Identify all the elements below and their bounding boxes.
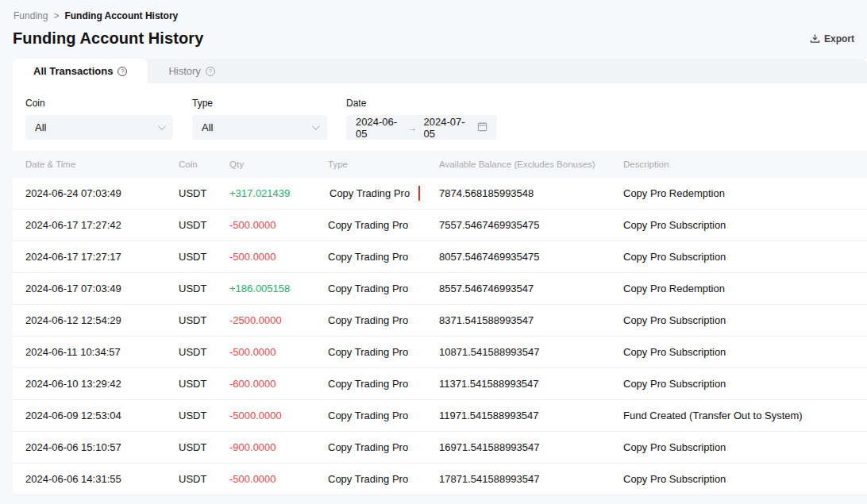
coin-cell: USDT — [179, 219, 229, 231]
date-range-arrow-icon: → — [408, 122, 418, 133]
datetime-cell: 2024-06-06 14:31:55 — [25, 473, 179, 485]
type-value: Copy Trading Pro — [328, 441, 408, 453]
type-value-annotated: Copy Trading Pro — [328, 186, 420, 201]
coin-cell: USDT — [179, 251, 229, 263]
table-row: 2024-06-17 07:03:49 USDT +186.005158 Cop… — [13, 273, 867, 305]
coin-cell: USDT — [179, 441, 229, 453]
balance-cell: 7874.568185993548 — [439, 187, 623, 199]
type-select-value: All — [202, 121, 213, 133]
type-filter-label: Type — [192, 98, 327, 109]
qty-value: -600.0000 — [229, 378, 276, 390]
date-range-end[interactable]: 2024-07-05 — [424, 116, 470, 140]
description-cell: Copy Pro Subscription — [623, 219, 867, 231]
coin-cell: USDT — [179, 346, 229, 358]
column-header: Coin — [179, 160, 229, 169]
description-cell: Fund Created (Transfer Out to System) — [623, 410, 867, 421]
description-cell: Copy Pro Redemption — [623, 187, 867, 199]
balance-cell: 11971.541588993547 — [439, 410, 623, 421]
balance-cell: 11371.541588993547 — [439, 378, 623, 390]
description-cell: Copy Pro Subscription — [623, 441, 867, 453]
export-label: Export — [824, 33, 854, 44]
coin-filter-group: Coin All — [25, 98, 173, 140]
date-range-picker[interactable]: 2024-06-05 → 2024-07-05 — [346, 115, 497, 140]
balance-cell: 8557.546746993547 — [439, 283, 623, 294]
coin-cell: USDT — [179, 314, 229, 326]
qty-value: -5000.0000 — [229, 410, 282, 421]
tab-strip: All Transactions ? History ? — [13, 59, 867, 83]
datetime-cell: 2024-06-12 12:54:29 — [25, 314, 179, 326]
chevron-down-icon — [312, 122, 320, 130]
type-value: Copy Trading Pro — [328, 251, 408, 263]
table-row: 2024-06-06 14:31:55 USDT -500.0000 Copy … — [13, 464, 867, 495]
column-header: Qty — [229, 160, 328, 169]
qty-value: -500.0000 — [229, 251, 276, 263]
help-icon[interactable]: ? — [118, 67, 127, 76]
export-button[interactable]: Export — [810, 33, 854, 44]
filter-bar: Coin All Type All Date 2024-06-05 → 2024… — [13, 83, 867, 151]
table-row: 2024-06-17 17:27:42 USDT -500.0000 Copy … — [13, 210, 867, 241]
coin-cell: USDT — [179, 378, 229, 390]
qty-value: -500.0000 — [229, 219, 276, 231]
balance-cell: 17871.541588993547 — [439, 473, 623, 485]
coin-select[interactable]: All — [25, 115, 173, 140]
type-value: Copy Trading Pro — [328, 346, 408, 358]
table-row: 2024-06-09 12:53:04 USDT -5000.0000 Copy… — [13, 400, 867, 432]
description-cell: Copy Pro Subscription — [623, 251, 867, 263]
qty-value: -900.0000 — [229, 441, 276, 453]
balance-cell: 8057.5467469935475 — [439, 251, 623, 263]
type-select[interactable]: All — [192, 115, 327, 140]
coin-cell: USDT — [179, 187, 229, 199]
table-row: 2024-06-06 15:10:57 USDT -900.0000 Copy … — [13, 432, 867, 464]
column-header: Date & Time — [25, 160, 179, 169]
datetime-cell: 2024-06-17 17:27:17 — [25, 251, 179, 263]
table-row: 2024-06-12 12:54:29 USDT -2500.0000 Copy… — [13, 305, 867, 337]
breadcrumb: Funding > Funding Account History — [0, 0, 867, 21]
column-header: Type — [328, 160, 439, 169]
type-value: Copy Trading Pro — [328, 410, 408, 421]
breadcrumb-parent[interactable]: Funding — [13, 10, 48, 21]
balance-cell: 8371.541588993547 — [439, 314, 623, 326]
date-filter-group: Date 2024-06-05 → 2024-07-05 — [346, 98, 497, 140]
content-card: All Transactions ? History ? Coin All Ty… — [13, 59, 867, 491]
page-title: Funding Account History — [13, 29, 203, 48]
datetime-cell: 2024-06-11 10:34:57 — [25, 346, 179, 358]
tab-history[interactable]: History ? — [148, 59, 235, 83]
table-row: 2024-06-10 13:29:42 USDT -600.0000 Copy … — [13, 368, 867, 400]
description-cell: Copy Pro Subscription — [623, 378, 867, 390]
coin-select-value: All — [35, 121, 46, 133]
chevron-down-icon — [158, 122, 166, 130]
table-row: 2024-06-24 07:03:49 USDT +317.021439 Cop… — [13, 178, 867, 210]
type-value: Copy Trading Pro — [328, 473, 408, 485]
type-value: Copy Trading Pro — [328, 314, 408, 326]
table-body: 2024-06-24 07:03:49 USDT +317.021439 Cop… — [13, 178, 867, 495]
coin-cell: USDT — [179, 473, 229, 485]
datetime-cell: 2024-06-10 13:29:42 — [25, 378, 179, 390]
coin-cell: USDT — [179, 410, 229, 421]
date-filter-label: Date — [346, 98, 497, 109]
coin-filter-label: Coin — [25, 98, 173, 109]
tab-all-transactions-label: All Transactions — [33, 65, 113, 77]
description-cell: Copy Pro Subscription — [623, 346, 867, 358]
date-range-start[interactable]: 2024-06-05 — [356, 116, 402, 140]
table-row: 2024-06-11 10:34:57 USDT -500.0000 Copy … — [13, 337, 867, 368]
breadcrumb-separator-icon: > — [53, 10, 59, 21]
type-value: Copy Trading Pro — [328, 219, 408, 231]
export-icon — [810, 33, 820, 44]
type-value: Copy Trading Pro — [328, 378, 408, 390]
description-cell: Copy Pro Redemption — [623, 283, 867, 294]
qty-value: +186.005158 — [229, 283, 290, 294]
page-header: Funding Account History Export — [0, 21, 867, 48]
tab-all-transactions[interactable]: All Transactions ? — [13, 59, 148, 83]
description-cell: Copy Pro Subscription — [623, 314, 867, 326]
column-header: Description — [623, 160, 867, 169]
qty-value: +317.021439 — [229, 187, 290, 199]
datetime-cell: 2024-06-17 07:03:49 — [25, 283, 179, 294]
column-header: Available Balance (Excludes Bonuses) — [439, 160, 623, 169]
balance-cell: 16971.541588993547 — [439, 441, 623, 453]
type-filter-group: Type All — [192, 98, 327, 140]
qty-value: -500.0000 — [229, 346, 276, 358]
table-header-row: Date & TimeCoinQtyTypeAvailable Balance … — [13, 151, 867, 178]
help-icon[interactable]: ? — [206, 67, 215, 76]
qty-value: -2500.0000 — [229, 314, 282, 326]
balance-cell: 7557.5467469935475 — [439, 219, 623, 231]
